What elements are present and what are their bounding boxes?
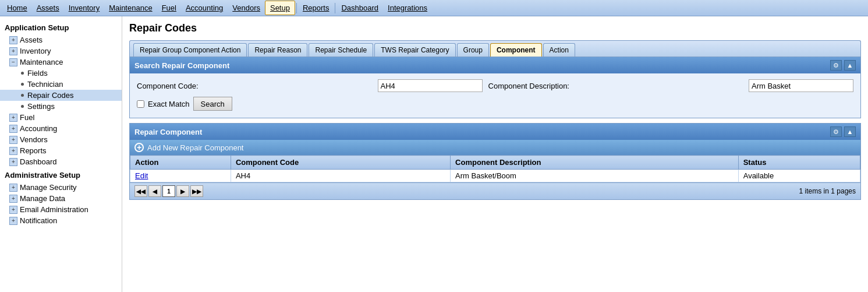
cell-status: Available xyxy=(738,170,860,182)
expand-icon-manage-data: + xyxy=(9,195,17,203)
search-panel-title: Search Repair Component xyxy=(134,61,229,70)
nav-integrations[interactable]: Integrations xyxy=(383,1,432,15)
dot-technician xyxy=(21,83,24,86)
pag-page-1-button[interactable]: 1 xyxy=(162,185,175,197)
col-header-action: Action xyxy=(130,156,231,170)
exact-match-label: Exact Match xyxy=(148,100,190,108)
sidebar-subitem-repair-codes[interactable]: Repair Codes xyxy=(0,90,122,101)
table-header-row: Action Component Code Component Descript… xyxy=(130,156,860,170)
nav-fuel[interactable]: Fuel xyxy=(157,1,181,15)
nav-home[interactable]: Home xyxy=(2,1,32,15)
nav-separator-2 xyxy=(335,3,335,13)
sidebar-subitem-settings[interactable]: Settings xyxy=(0,101,122,112)
tab-repair-reason[interactable]: Repair Reason xyxy=(248,43,307,57)
tab-component[interactable]: Component xyxy=(490,43,542,57)
main-content: Repair Codes Repair Group Component Acti… xyxy=(122,16,868,292)
pag-first-button[interactable]: ◀◀ xyxy=(134,185,147,197)
main-layout: Application Setup + Assets + Inventory −… xyxy=(0,16,868,292)
cell-component-desc: Arm Basket/Boom xyxy=(451,170,739,182)
repair-component-table: Action Component Code Component Descript… xyxy=(130,155,860,182)
nav-inventory[interactable]: Inventory xyxy=(64,1,104,15)
tab-action[interactable]: Action xyxy=(543,43,575,57)
sidebar-label-dashboard: Dashboard xyxy=(20,157,57,166)
sidebar-item-reports[interactable]: + Reports xyxy=(0,145,122,156)
search-button[interactable]: Search xyxy=(193,97,232,111)
expand-icon-accounting: + xyxy=(9,125,17,133)
nav-assets[interactable]: Assets xyxy=(32,1,64,15)
sidebar-label-assets: Assets xyxy=(20,36,42,44)
sidebar-label-technician: Technician xyxy=(27,80,63,89)
tab-repair-group-component-action[interactable]: Repair Group Component Action xyxy=(133,43,247,57)
search-panel-body: Component Code: Component Description: E… xyxy=(130,73,860,118)
tab-tws-repair-category[interactable]: TWS Repair Category xyxy=(374,43,455,57)
nav-setup[interactable]: Setup xyxy=(265,1,295,15)
search-form: Component Code: Component Description: xyxy=(137,79,853,92)
expand-icon-assets: + xyxy=(9,36,17,44)
sidebar-label-manage-data: Manage Data xyxy=(20,194,65,203)
nav-maintenance[interactable]: Maintenance xyxy=(104,1,157,15)
result-panel-controls: ⚙ ▲ xyxy=(830,126,856,137)
component-code-input[interactable] xyxy=(378,79,483,92)
result-panel-title: Repair Component xyxy=(134,128,202,136)
sidebar-item-manage-data[interactable]: + Manage Data xyxy=(0,193,122,204)
sidebar-label-inventory: Inventory xyxy=(20,47,51,55)
cell-component-code: AH4 xyxy=(231,170,450,182)
expand-icon-maintenance: − xyxy=(9,58,17,66)
sidebar-label-vendors: Vendors xyxy=(20,135,48,144)
search-panel-collapse-button[interactable]: ▲ xyxy=(844,60,856,71)
sidebar-item-assets[interactable]: + Assets xyxy=(0,34,122,45)
tabs-bar: Repair Group Component Action Repair Rea… xyxy=(129,40,861,57)
sidebar-item-inventory[interactable]: + Inventory xyxy=(0,45,122,57)
sidebar-subitem-technician[interactable]: Technician xyxy=(0,79,122,90)
search-panel-settings-button[interactable]: ⚙ xyxy=(830,60,842,71)
add-new-repair-component-button[interactable]: + Add New Repair Component xyxy=(130,140,860,155)
col-header-component-desc: Component Description xyxy=(451,156,739,170)
sidebar-item-email-admin[interactable]: + Email Administration xyxy=(0,204,122,215)
sidebar-item-accounting[interactable]: + Accounting xyxy=(0,123,122,134)
sidebar-subitem-fields[interactable]: Fields xyxy=(0,68,122,79)
expand-icon-dashboard: + xyxy=(9,158,17,166)
result-panel-collapse-button[interactable]: ▲ xyxy=(844,126,856,137)
component-desc-input[interactable] xyxy=(749,79,853,92)
add-new-icon: + xyxy=(134,143,144,152)
sidebar-label-fields: Fields xyxy=(27,69,48,78)
sidebar-label-repair-codes: Repair Codes xyxy=(27,91,74,100)
nav-accounting[interactable]: Accounting xyxy=(181,1,228,15)
exact-match-checkbox[interactable] xyxy=(137,100,144,108)
pag-last-button[interactable]: ▶▶ xyxy=(190,185,203,197)
expand-icon-reports: + xyxy=(9,147,17,155)
result-panel-settings-button[interactable]: ⚙ xyxy=(830,126,842,137)
nav-dashboard[interactable]: Dashboard xyxy=(336,1,383,15)
nav-reports[interactable]: Reports xyxy=(298,1,334,15)
sidebar-label-maintenance: Maintenance xyxy=(20,58,63,66)
sidebar-item-notification[interactable]: + Notification xyxy=(0,215,122,226)
sidebar-item-manage-security[interactable]: + Manage Security xyxy=(0,182,122,193)
dot-settings xyxy=(21,105,24,108)
result-panel: Repair Component ⚙ ▲ + Add New Repair Co… xyxy=(129,123,861,200)
component-desc-label: Component Description: xyxy=(488,82,743,90)
sidebar-label-accounting: Accounting xyxy=(20,124,57,133)
nav-vendors[interactable]: Vendors xyxy=(228,1,265,15)
sidebar: Application Setup + Assets + Inventory −… xyxy=(0,16,122,292)
sidebar-label-email-admin: Email Administration xyxy=(20,205,88,214)
expand-icon-fuel: + xyxy=(9,114,17,122)
expand-icon-vendors: + xyxy=(9,136,17,144)
pag-next-button[interactable]: ▶ xyxy=(176,185,189,197)
col-header-status: Status xyxy=(738,156,860,170)
sidebar-item-fuel[interactable]: + Fuel xyxy=(0,112,122,123)
sidebar-item-vendors[interactable]: + Vendors xyxy=(0,134,122,145)
result-panel-header: Repair Component ⚙ ▲ xyxy=(130,124,860,140)
pagination-row: ◀◀ ◀ 1 ▶ ▶▶ 1 items in 1 pages xyxy=(130,182,860,199)
pag-prev-button[interactable]: ◀ xyxy=(148,185,161,197)
page-title: Repair Codes xyxy=(129,22,861,34)
sidebar-item-maintenance[interactable]: − Maintenance xyxy=(0,57,122,68)
edit-link[interactable]: Edit xyxy=(135,171,148,180)
dot-repair-codes xyxy=(21,94,24,97)
tab-repair-schedule[interactable]: Repair Schedule xyxy=(309,43,373,57)
sidebar-item-dashboard[interactable]: + Dashboard xyxy=(0,156,122,167)
sidebar-label-settings: Settings xyxy=(27,102,55,111)
admin-setup-heading: Administrative Setup xyxy=(0,167,122,182)
dot-fields xyxy=(21,72,24,75)
tab-group[interactable]: Group xyxy=(457,43,489,57)
nav-separator-1 xyxy=(296,3,297,13)
